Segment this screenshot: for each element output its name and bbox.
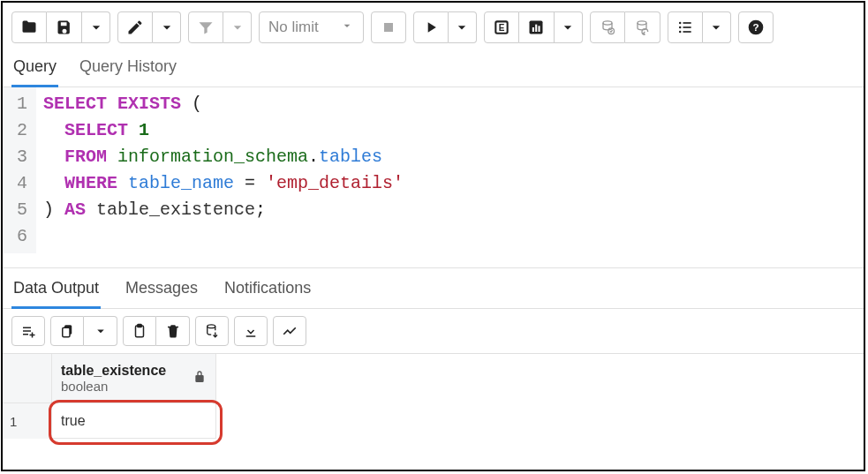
svg-rect-26 <box>138 325 142 327</box>
tab-data-output[interactable]: Data Output <box>11 274 101 309</box>
commit-button[interactable] <box>590 11 625 43</box>
svg-rect-0 <box>384 23 393 32</box>
cell-value: true <box>61 413 86 429</box>
save-dropdown-button[interactable] <box>82 11 110 43</box>
svg-point-10 <box>679 22 682 25</box>
main-toolbar: No limit E <box>3 3 864 49</box>
folder-icon <box>20 19 38 36</box>
download-icon <box>243 323 259 339</box>
chevron-down-icon <box>559 19 577 36</box>
line-gutter: 123456 <box>3 87 36 253</box>
save-results-button[interactable] <box>195 316 229 346</box>
rollback-button[interactable] <box>625 11 660 43</box>
rollback-icon <box>633 19 651 36</box>
output-toolbar <box>3 309 864 354</box>
db-save-icon <box>204 323 220 339</box>
column-type: boolean <box>61 379 166 394</box>
svg-point-9 <box>638 21 646 25</box>
paste-button[interactable] <box>123 316 156 346</box>
svg-point-7 <box>603 21 612 25</box>
row-number[interactable]: 1 <box>3 403 51 439</box>
analyze-button[interactable] <box>519 11 555 43</box>
open-file-button[interactable] <box>11 11 47 43</box>
help-icon: ? <box>747 19 765 36</box>
svg-rect-6 <box>539 26 540 32</box>
run-button[interactable] <box>413 11 449 43</box>
stop-icon <box>380 19 397 36</box>
code-area[interactable]: SELECT EXISTS ( SELECT 1 FROM informatio… <box>36 87 411 253</box>
data-cell[interactable]: true <box>52 403 216 439</box>
svg-point-27 <box>208 325 215 328</box>
tab-notifications[interactable]: Notifications <box>223 274 313 308</box>
macros-dropdown-button[interactable] <box>703 11 731 43</box>
save-button[interactable] <box>47 11 82 43</box>
edit-dropdown-button[interactable] <box>153 11 181 43</box>
explain-button[interactable]: E <box>484 11 519 43</box>
svg-text:?: ? <box>752 21 759 33</box>
copy-button[interactable] <box>50 316 84 346</box>
filter-button[interactable] <box>188 11 223 43</box>
copy-icon <box>59 323 75 339</box>
commit-icon <box>599 19 616 36</box>
explain-dropdown-button[interactable] <box>555 11 583 43</box>
help-button[interactable]: ? <box>738 11 774 43</box>
save-icon <box>56 19 73 36</box>
copy-dropdown-button[interactable] <box>84 316 117 346</box>
svg-rect-5 <box>535 25 537 32</box>
filter-dropdown-button[interactable] <box>223 11 252 43</box>
svg-rect-4 <box>532 27 534 32</box>
svg-text:E: E <box>498 23 504 33</box>
paste-icon <box>132 323 147 339</box>
graph-icon <box>282 323 298 339</box>
result-grid: 1 table_existence boolean true <box>3 354 864 439</box>
output-tabs: Data Output Messages Notifications <box>3 267 864 309</box>
chevron-down-icon <box>229 19 246 36</box>
play-icon <box>422 19 440 36</box>
svg-rect-13 <box>683 26 691 28</box>
edit-button[interactable] <box>117 11 153 43</box>
limit-label: No limit <box>268 19 319 36</box>
pencil-icon <box>126 19 144 36</box>
limit-select[interactable]: No limit <box>259 11 364 43</box>
delete-button[interactable] <box>156 316 190 346</box>
row-number-gutter: 1 <box>3 354 52 439</box>
add-row-icon <box>20 323 36 339</box>
chevron-down-icon <box>453 19 471 36</box>
svg-rect-11 <box>683 22 691 24</box>
svg-point-14 <box>679 31 682 34</box>
chevron-down-icon <box>158 19 176 36</box>
svg-rect-15 <box>683 31 691 33</box>
lock-icon <box>192 370 207 387</box>
tab-query-history[interactable]: Query History <box>78 52 178 87</box>
svg-point-12 <box>679 26 682 29</box>
add-row-button[interactable] <box>11 316 45 346</box>
chevron-down-icon <box>87 19 105 36</box>
result-column: table_existence boolean true <box>52 354 216 439</box>
tab-messages[interactable]: Messages <box>124 274 200 308</box>
caret-down-icon <box>340 19 354 37</box>
tab-query[interactable]: Query <box>11 52 58 87</box>
svg-rect-24 <box>63 327 70 337</box>
analyze-icon <box>527 19 545 36</box>
stop-button[interactable] <box>371 11 406 43</box>
macros-button[interactable] <box>668 11 703 43</box>
trash-icon <box>165 323 181 339</box>
column-header[interactable]: table_existence boolean <box>52 354 216 403</box>
run-dropdown-button[interactable] <box>449 11 477 43</box>
chevron-down-icon <box>707 19 725 36</box>
graph-button[interactable] <box>273 316 306 346</box>
sql-editor[interactable]: 123456 SELECT EXISTS ( SELECT 1 FROM inf… <box>3 87 864 267</box>
list-icon <box>676 19 694 36</box>
explain-icon: E <box>493 19 510 36</box>
column-name: table_existence <box>61 363 166 379</box>
query-tabs: Query Query History <box>3 49 864 87</box>
download-button[interactable] <box>234 316 268 346</box>
chevron-down-icon <box>93 323 109 339</box>
filter-icon <box>197 19 215 36</box>
